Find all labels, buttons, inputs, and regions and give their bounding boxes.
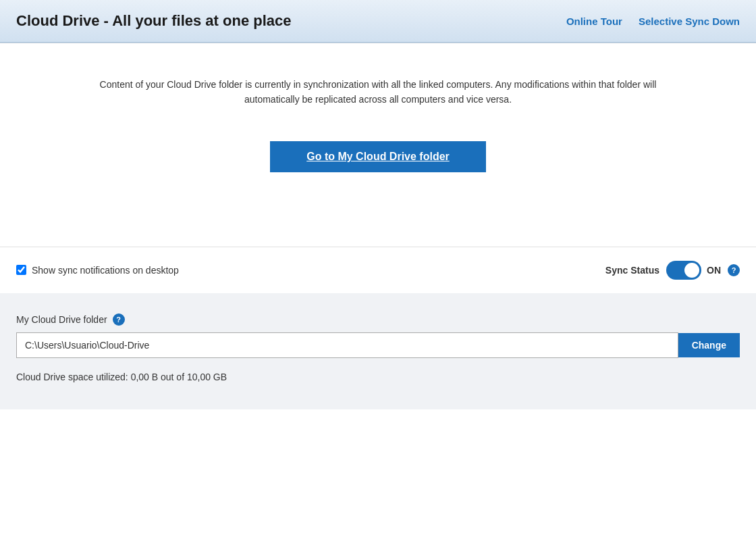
sync-help-icon[interactable]: ? <box>728 264 740 276</box>
main-content: Content of your Cloud Drive folder is cu… <box>0 43 756 240</box>
bottom-section: My Cloud Drive folder ? Change Cloud Dri… <box>0 293 756 409</box>
go-to-folder-button[interactable]: Go to My Cloud Drive folder <box>270 141 486 172</box>
show-notifications-label[interactable]: Show sync notifications on desktop <box>16 265 179 276</box>
folder-path-input[interactable] <box>16 332 678 358</box>
toggle-slider <box>666 261 701 280</box>
page-title: Cloud Drive - All your files at one plac… <box>16 12 292 30</box>
sync-status-label: Sync Status <box>605 265 659 276</box>
online-tour-link[interactable]: Online Tour <box>566 16 622 27</box>
sync-toggle[interactable] <box>666 261 701 280</box>
sync-on-text: ON <box>707 265 721 276</box>
show-notifications-text: Show sync notifications on desktop <box>32 265 179 276</box>
sync-status-container: Sync Status ON ? <box>605 261 740 280</box>
folder-label-row: My Cloud Drive folder ? <box>16 313 740 326</box>
header: Cloud Drive - All your files at one plac… <box>0 0 756 43</box>
change-button[interactable]: Change <box>678 333 740 357</box>
sync-description: Content of your Cloud Drive folder is cu… <box>81 77 675 107</box>
header-links: Online Tour Selective Sync Down <box>566 16 740 27</box>
show-notifications-checkbox[interactable] <box>16 265 26 275</box>
controls-row: Show sync notifications on desktop Sync … <box>0 247 756 293</box>
toggle-wrapper: ON <box>666 261 721 280</box>
folder-label: My Cloud Drive folder <box>16 314 107 325</box>
space-info: Cloud Drive space utilized: 0,00 B out o… <box>16 372 740 382</box>
folder-input-row: Change <box>16 332 740 358</box>
selective-sync-link[interactable]: Selective Sync Down <box>639 16 740 27</box>
folder-help-icon[interactable]: ? <box>113 313 125 326</box>
